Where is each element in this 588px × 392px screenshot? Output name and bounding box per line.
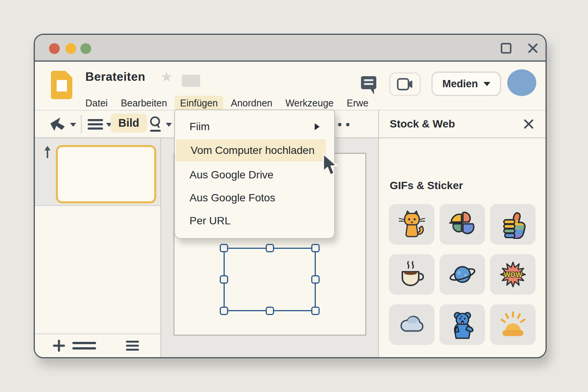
- menu-item-google-drive[interactable]: Aus Google Drive: [175, 164, 334, 186]
- traffic-light-zoom-icon[interactable]: [80, 43, 91, 54]
- document-title[interactable]: Berateiten: [85, 70, 145, 84]
- select-cursor-icon[interactable]: [49, 117, 66, 132]
- sticker-coffee[interactable]: [389, 254, 434, 295]
- resize-handle-n[interactable]: [266, 244, 274, 252]
- equal-lines-icon[interactable]: [72, 334, 97, 357]
- placeholder-tool-chevron-icon[interactable]: [166, 123, 172, 127]
- comment-icon[interactable]: [359, 75, 378, 96]
- cat-icon: [397, 210, 426, 239]
- app-window: Berateiten ★ Datei Bearbeiten Einfügen A…: [34, 34, 547, 358]
- sticker-planet[interactable]: [439, 254, 485, 295]
- sticker-sun[interactable]: [490, 304, 536, 345]
- menu-item-upload-label: Vom Computer hochladen: [191, 144, 315, 157]
- traffic-light-close-icon[interactable]: [49, 43, 60, 54]
- stock-web-panel: GIFs & Sticker: [378, 138, 546, 357]
- medien-label: Medien: [442, 78, 478, 90]
- user-avatar[interactable]: [507, 69, 536, 96]
- wow-burst-icon: WOW: [498, 260, 528, 289]
- star-icon[interactable]: ★: [160, 70, 173, 84]
- slides-app-icon: [51, 71, 72, 99]
- menu-item-google-fotos[interactable]: Aus Google Fotos: [175, 187, 334, 209]
- cloud-icon: [397, 310, 426, 339]
- bear-icon: [448, 310, 477, 339]
- menu-erweitern[interactable]: Erwe: [346, 98, 368, 109]
- app-header: Berateiten ★ Datei Bearbeiten Einfügen A…: [35, 62, 546, 110]
- menu-item-fotos-label: Aus Google Fotos: [189, 192, 275, 204]
- mouse-cursor: [322, 153, 339, 177]
- resize-handle-ne[interactable]: [311, 244, 320, 252]
- stock-web-panel-header: Stock & Web: [378, 111, 546, 137]
- sticker-cloud[interactable]: [389, 304, 434, 345]
- sticker-cat[interactable]: [389, 204, 434, 245]
- screenshot-stage: Berateiten ★ Datei Bearbeiten Einfügen A…: [0, 0, 588, 392]
- folder-badge-icon[interactable]: [182, 75, 200, 87]
- coffee-cup-icon: [397, 260, 426, 289]
- gifs-sticker-heading: GIFs & Sticker: [390, 180, 463, 192]
- resize-handle-sw[interactable]: [220, 307, 228, 315]
- menu-item-film[interactable]: Fiim: [175, 116, 334, 138]
- placeholder-tool-icon[interactable]: [149, 116, 163, 133]
- chevron-down-icon: [483, 82, 490, 86]
- insert-dropdown-menu: Fiim Vom Computer hochladen Aus Google D…: [174, 109, 335, 239]
- wow-text: WOW: [504, 271, 522, 279]
- selection-box[interactable]: [224, 248, 316, 311]
- sticker-thumbs-up[interactable]: [490, 204, 536, 245]
- window-titlebar: [35, 35, 546, 62]
- menu-item-film-label: Fiim: [189, 121, 210, 133]
- menu-item-drive-label: Aus Google Drive: [189, 169, 273, 181]
- photos-pinwheel-icon: [448, 210, 477, 239]
- video-call-button[interactable]: [389, 72, 421, 96]
- menu-item-per-url[interactable]: Per URL: [175, 210, 334, 232]
- thumbnail-strip: [35, 138, 160, 206]
- resize-handle-s[interactable]: [266, 307, 274, 315]
- lines-tool-icon[interactable]: [87, 118, 104, 131]
- traffic-light-minimize-icon[interactable]: [65, 43, 76, 54]
- menu-item-url-label: Per URL: [189, 215, 230, 227]
- medien-dropdown-button[interactable]: Medien: [431, 72, 501, 96]
- toolbar-overflow-icon[interactable]: [338, 123, 350, 126]
- maximize-button[interactable]: [501, 43, 511, 54]
- select-tool-chevron-icon[interactable]: [70, 123, 76, 127]
- add-slide-icon[interactable]: [52, 334, 66, 357]
- sticker-wow[interactable]: WOW: [490, 254, 536, 295]
- resize-handle-nw[interactable]: [220, 244, 228, 252]
- scroll-up-arrow-icon[interactable]: [43, 145, 52, 159]
- slide-sidebar: [35, 138, 161, 357]
- panel-close-icon[interactable]: [523, 119, 534, 129]
- sticker-grid: WOW: [389, 204, 536, 345]
- resize-handle-e[interactable]: [311, 275, 320, 284]
- menu-datei[interactable]: Datei: [85, 98, 108, 109]
- planet-icon: [448, 260, 477, 289]
- menu-werkzeuge[interactable]: Werkzeuge: [285, 98, 333, 109]
- sidebar-bottom-bar: [35, 333, 160, 357]
- sun-icon: [498, 310, 528, 339]
- video-camera-icon: [397, 78, 413, 91]
- resize-handle-w[interactable]: [220, 275, 228, 284]
- toolbar-divider: [81, 114, 82, 134]
- slide-thumbnail-selected[interactable]: [56, 145, 156, 203]
- menu-bar: Datei Bearbeiten Einfügen Anordnen Werkz…: [85, 95, 368, 111]
- submenu-arrow-icon: [315, 123, 320, 130]
- close-button[interactable]: [526, 42, 539, 55]
- menu-bearbeiten[interactable]: Bearbeiten: [121, 98, 167, 109]
- sticker-bear[interactable]: [439, 304, 485, 345]
- resize-handle-se[interactable]: [311, 307, 320, 315]
- menu-einfuegen[interactable]: Einfügen: [175, 96, 223, 111]
- panel-title: Stock & Web: [390, 118, 455, 130]
- menu-anordnen[interactable]: Anordnen: [231, 98, 272, 109]
- sticker-photos-pinwheel[interactable]: [439, 204, 485, 245]
- bild-tool-button[interactable]: Bild: [111, 114, 147, 132]
- menu-item-upload-from-computer[interactable]: Vom Computer hochladen: [176, 139, 326, 162]
- hamburger-menu-icon[interactable]: [125, 334, 140, 357]
- thumbs-up-icon: [498, 210, 528, 239]
